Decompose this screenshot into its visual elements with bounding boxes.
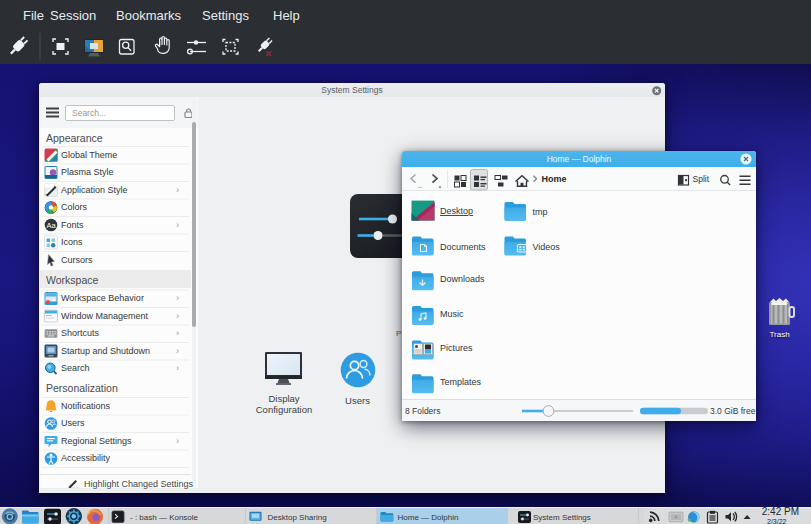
svg-text:Home: Home <box>542 174 567 184</box>
svg-text:Split: Split <box>693 174 710 184</box>
svg-text:Desktop: Desktop <box>440 206 473 216</box>
svg-text:Downloads: Downloads <box>440 274 485 284</box>
svg-text:Templates: Templates <box>440 377 482 387</box>
svg-text:Pictures: Pictures <box>440 343 473 353</box>
svg-text:Documents: Documents <box>440 242 486 252</box>
svg-text:tmp: tmp <box>533 207 548 217</box>
svg-text:Videos: Videos <box>533 242 561 252</box>
svg-text:Music: Music <box>440 309 464 319</box>
svg-text:Aa: Aa <box>46 221 56 230</box>
